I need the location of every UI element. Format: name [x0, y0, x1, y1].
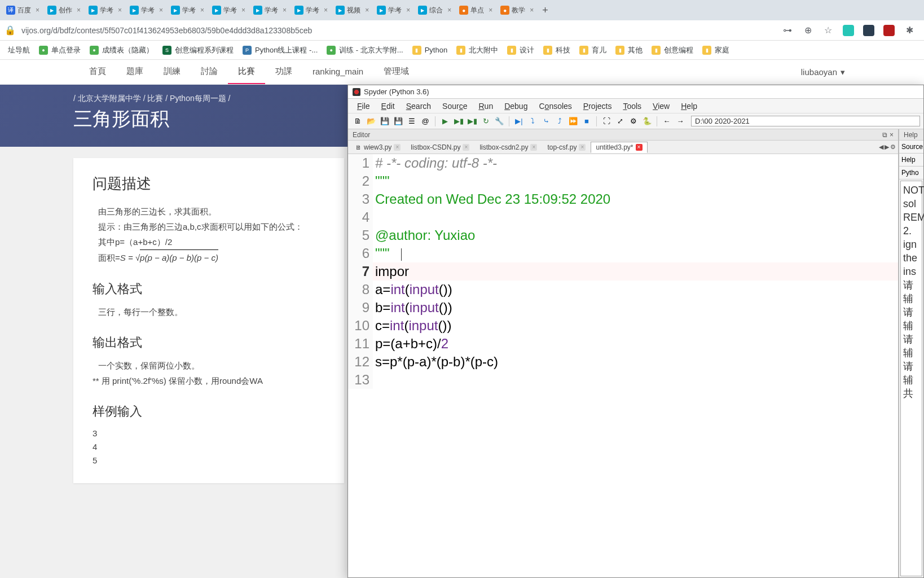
nav-training[interactable]: 訓練 — [153, 60, 191, 84]
python-tab[interactable]: Pytho — [899, 167, 923, 179]
save-icon[interactable]: 💾 — [379, 115, 391, 128]
close-icon[interactable]: × — [394, 144, 401, 151]
menu-file[interactable]: File — [351, 100, 376, 112]
close-icon[interactable]: × — [200, 6, 204, 14]
back-icon[interactable]: ← — [661, 115, 673, 128]
nav-home[interactable]: 首頁 — [79, 60, 116, 84]
new-file-icon[interactable]: 🗎 — [351, 115, 364, 128]
menu-edit[interactable]: Edit — [376, 100, 401, 112]
close-icon[interactable]: × — [36, 6, 39, 14]
tab-4[interactable]: ▶学考× — [168, 3, 208, 17]
reload-icon[interactable]: ↻ — [479, 115, 492, 128]
menu-help[interactable]: Help — [675, 100, 703, 112]
bookmark-item[interactable]: ▮创意编程 — [647, 43, 698, 58]
spyder-titlebar[interactable]: Spyder (Python 3.6) — [348, 85, 923, 99]
help-tab[interactable]: Help — [899, 154, 923, 167]
continue-icon[interactable]: ⏩ — [567, 115, 579, 128]
menu-debug[interactable]: Debug — [499, 100, 533, 112]
at-icon[interactable]: @ — [419, 115, 432, 128]
menu-view[interactable]: View — [647, 100, 675, 112]
bookmark-item[interactable]: ●单点登录 — [34, 43, 85, 58]
ext-3-icon[interactable] — [883, 24, 895, 37]
menu-search[interactable]: Search — [401, 100, 437, 112]
close-icon[interactable]: × — [118, 6, 122, 14]
tab-prev-icon[interactable]: ◀ — [879, 143, 883, 151]
code-editor[interactable]: 1# -*- coding: utf-8 -*- 2""" 3Created o… — [348, 154, 898, 577]
tab-menu-icon[interactable]: ⚙ — [890, 143, 896, 151]
nav-ranking[interactable]: ranking_main — [302, 60, 373, 84]
close-icon[interactable]: × — [365, 6, 369, 14]
key-icon[interactable]: ⊶ — [781, 24, 794, 37]
lock-icon[interactable]: 🔒 — [5, 25, 16, 36]
zoom-icon[interactable]: ⊕ — [802, 24, 814, 37]
gear-icon[interactable]: ⚙ — [627, 115, 640, 128]
tab-baidu[interactable]: 译百度× — [3, 3, 43, 17]
file-tab[interactable]: listbox-csdn2.py× — [474, 142, 542, 153]
bookmark-item[interactable]: 址导航 — [3, 43, 34, 58]
menu-source[interactable]: Source — [437, 100, 473, 112]
menu-tools[interactable]: Tools — [617, 100, 647, 112]
step-in-icon[interactable]: ⤷ — [540, 115, 552, 128]
path-field[interactable]: D:\00 2020-2021 — [691, 116, 920, 126]
bookmark-item[interactable]: ▮科技 — [539, 43, 575, 58]
bookmark-item[interactable]: S创意编程系列课程 — [158, 43, 238, 58]
run-icon[interactable]: ▶ — [439, 115, 451, 128]
bookmark-item[interactable]: ▮家庭 — [698, 43, 734, 58]
maximize-icon[interactable]: ⛶ — [600, 115, 613, 128]
list-icon[interactable]: ☰ — [406, 115, 418, 128]
user-menu[interactable]: liubaoyan▾ — [801, 67, 845, 77]
close-icon[interactable]: × — [489, 6, 492, 14]
tab-7[interactable]: ▶学考× — [291, 3, 331, 17]
saveall-icon[interactable]: 💾 — [392, 115, 404, 128]
nav-admin[interactable]: 管理域 — [373, 60, 419, 84]
close-icon[interactable]: × — [283, 6, 287, 14]
bookmark-item[interactable]: ●成绩表（隐藏） — [85, 43, 158, 58]
bookmark-item[interactable]: ●训练 - 北京大学附... — [322, 43, 407, 58]
run-cell2-icon[interactable]: ▶▮ — [466, 115, 478, 128]
run-cell-icon[interactable]: ▶▮ — [452, 115, 465, 128]
tab-8[interactable]: ▶视频× — [332, 3, 372, 17]
close-icon[interactable]: × — [636, 144, 643, 151]
close-icon[interactable]: × — [447, 6, 451, 14]
forward-icon[interactable]: → — [674, 115, 687, 128]
tab-11[interactable]: ●单点× — [456, 3, 496, 17]
step-icon[interactable]: ⤵ — [526, 115, 539, 128]
undock-icon[interactable]: ⧉ — [882, 131, 887, 139]
tab-5[interactable]: ▶学考× — [209, 3, 249, 17]
file-tab-active[interactable]: untitled3.py*× — [591, 142, 647, 153]
tab-next-icon[interactable]: ▶ — [885, 143, 889, 151]
url-field[interactable]: vijos.org/d/bdfz/contest/5f507c01f413624… — [21, 26, 777, 35]
close-icon[interactable]: × — [463, 144, 469, 151]
close-pane-icon[interactable]: × — [890, 131, 894, 139]
bookmark-item[interactable]: PPython线上课程 -... — [238, 43, 322, 58]
source-tab[interactable]: Source — [899, 141, 923, 154]
close-icon[interactable]: × — [530, 6, 534, 14]
menu-consoles[interactable]: Consoles — [533, 100, 577, 112]
close-icon[interactable]: × — [324, 6, 328, 14]
stop-icon[interactable]: ■ — [580, 115, 593, 128]
nav-contest[interactable]: 比賽 — [228, 60, 265, 84]
close-icon[interactable]: × — [530, 144, 537, 151]
menu-projects[interactable]: Projects — [578, 100, 618, 112]
tab-3[interactable]: ▶学考× — [126, 3, 166, 17]
ext-2-icon[interactable] — [863, 24, 875, 37]
close-icon[interactable]: × — [77, 6, 81, 14]
bookmark-item[interactable]: ▮北大附中 — [452, 43, 503, 58]
tab-12[interactable]: ●教学× — [497, 3, 537, 17]
close-icon[interactable]: × — [159, 6, 163, 14]
close-icon[interactable]: × — [579, 144, 586, 151]
debug-play-icon[interactable]: ▶| — [513, 115, 525, 128]
bookmark-item[interactable]: ▮其他 — [611, 43, 647, 58]
tab-10[interactable]: ▶综合× — [415, 3, 455, 17]
bookmark-item[interactable]: ▮育儿 — [575, 43, 611, 58]
wrench-icon[interactable]: 🔧 — [493, 115, 505, 128]
nav-homework[interactable]: 功課 — [265, 60, 302, 84]
close-icon[interactable]: × — [406, 6, 410, 14]
bookmark-item[interactable]: ▮Python — [408, 43, 452, 57]
bookmark-item[interactable]: ▮设计 — [503, 43, 539, 58]
close-icon[interactable]: × — [241, 6, 245, 14]
tab-1[interactable]: ▶创作× — [44, 3, 84, 17]
menu-run[interactable]: Run — [473, 100, 499, 112]
python-icon[interactable]: 🐍 — [641, 115, 653, 128]
file-tab[interactable]: 🗎wiew3.py× — [350, 142, 406, 153]
